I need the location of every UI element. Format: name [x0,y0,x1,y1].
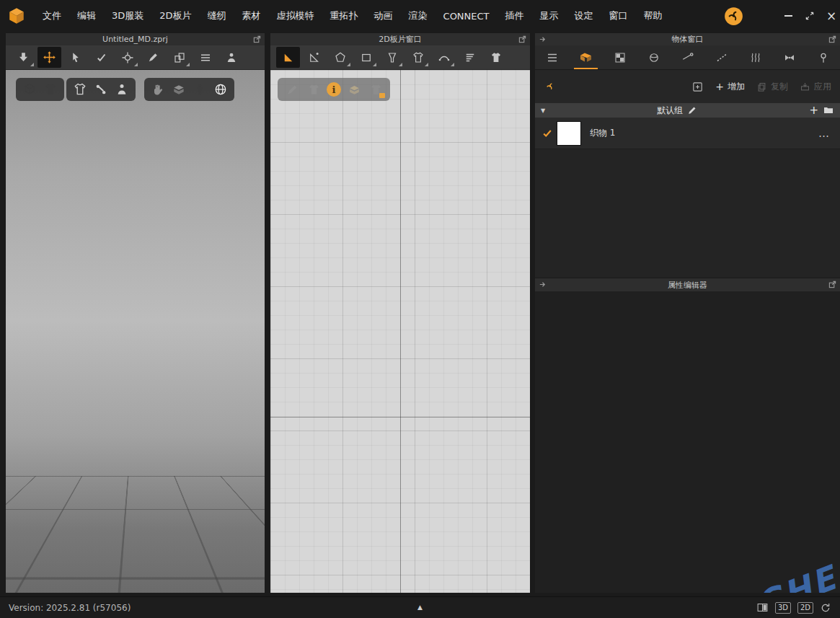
dart-tool[interactable] [380,47,404,68]
toolbar-2d [270,45,530,70]
account-icon[interactable] [724,6,743,26]
menu-item-sewing[interactable]: 缝纫 [200,9,234,22]
environment-globe-icon[interactable] [212,81,229,98]
close-icon: × [826,10,836,22]
minimize-icon [784,15,792,17]
expand-panel-button[interactable]: ▲ [417,604,423,611]
minimize-button[interactable] [779,7,797,25]
popout-icon[interactable] [828,281,836,288]
edit-pattern-tool[interactable] [302,47,326,68]
menu-item-edit[interactable]: 编辑 [69,9,104,22]
apply-button[interactable]: 应用 [800,81,831,93]
add-group-item-icon[interactable]: + [809,105,818,116]
mannequin-icon[interactable] [191,81,208,98]
create-rectangle-tool[interactable] [354,47,378,68]
bone-icon[interactable] [92,81,110,98]
fabric-list-item[interactable]: 织物 1 … [535,118,840,149]
menu-item-connect[interactable]: CONNECT [436,11,498,22]
badge-3d[interactable]: 3D [775,602,791,614]
app-logo-icon[interactable] [7,6,26,25]
solid-view-icon[interactable] [21,81,38,98]
menu-item-material[interactable]: 素材 [234,9,269,22]
gizmo-tool[interactable] [115,47,139,68]
menu-item-plugin[interactable]: 插件 [498,9,532,22]
menu-item-3d-garment[interactable]: 3D服装 [104,9,151,22]
tab-button[interactable] [637,45,671,69]
tab-topstitch[interactable] [704,45,738,69]
garment-fit-icon[interactable] [71,81,89,98]
fabric-hand-icon[interactable] [170,81,187,98]
popout-icon[interactable] [253,35,261,43]
info-icon[interactable]: i [327,82,341,97]
avatar-display-tool[interactable] [219,47,243,68]
arrange-pieces-tool[interactable] [167,47,191,68]
watermark-text: SALANGHE [624,558,840,593]
viewport-3d[interactable] [6,70,265,593]
edit-pin-tool[interactable] [141,47,165,68]
avatar-show-icon[interactable] [113,81,131,98]
pattern-2d-title: 2D板片窗口 [379,34,421,45]
badge-2d[interactable]: 2D [797,602,813,614]
popout-icon[interactable] [828,35,836,43]
menu-item-file[interactable]: 文件 [35,9,69,22]
pin-icon [817,51,830,64]
create-polygon-tool[interactable] [328,47,352,68]
bow-icon [783,51,796,64]
menu-item-window[interactable]: 窗口 [601,9,636,22]
fabric-action-row: + 增加 复制 应用 [535,70,840,103]
add-button[interactable]: + 增加 [715,81,745,93]
tab-bow[interactable] [772,45,806,69]
property-editor-body: SALANGHE [535,291,840,593]
collapse-arrow-icon[interactable] [539,281,547,288]
garment-disabled-icon[interactable] [305,81,322,98]
menu-item-animation[interactable]: 动画 [366,9,401,22]
copy-button[interactable]: 复制 [756,81,788,93]
menu-item-retopology[interactable]: 重拓扑 [322,9,366,22]
more-options-icon[interactable]: … [818,127,833,140]
folder-icon[interactable] [823,105,834,116]
menu-item-settings[interactable]: 设定 [567,9,601,22]
select-move-tool[interactable] [37,47,61,68]
refresh-icon[interactable] [820,602,831,614]
tab-trim[interactable] [806,45,840,69]
edit-pencil-icon[interactable] [687,105,697,115]
menu-item-help[interactable]: 帮助 [636,9,671,22]
flatten-tool[interactable] [193,47,217,68]
add-from-library-icon[interactable] [691,81,704,93]
tab-graphic[interactable] [603,45,637,69]
tab-buttonhole[interactable] [671,45,704,69]
fabric-swatch-disabled-icon[interactable] [345,81,363,98]
panel-layout-icon[interactable] [756,601,769,614]
sync-garment-lock-icon[interactable] [367,81,384,98]
popout-icon[interactable] [518,35,526,43]
tab-fabric[interactable] [569,45,603,69]
ground-grid [6,322,265,476]
collapse-caret-icon[interactable]: ▼ [541,107,545,114]
select-lasso-tool[interactable] [63,47,87,68]
transform-pattern-tool[interactable] [276,47,300,68]
collapse-arrow-icon[interactable] [539,35,547,43]
hand-icon[interactable] [149,81,167,98]
trace-tool[interactable] [432,47,456,68]
texture-editor-tool[interactable] [484,47,508,68]
garment-view-icon[interactable] [42,81,59,98]
edit-sewing-tool[interactable] [406,47,430,68]
menu-item-display[interactable]: 显示 [532,9,567,22]
simulate-button[interactable] [12,47,35,68]
stitch-icon [715,51,728,64]
tab-scene-list[interactable] [535,45,569,69]
dropdown-caret-icon [134,63,138,66]
pen-disabled-icon[interactable] [283,81,301,98]
select-mesh-tool[interactable] [89,47,113,68]
fabric-swatch[interactable] [557,121,581,146]
property-editor-titlebar: 属性编辑器 [535,278,840,291]
menu-item-2d-pattern[interactable]: 2D板片 [151,9,199,22]
close-button[interactable]: × [823,7,840,25]
menu-item-render[interactable]: 渲染 [401,9,436,22]
viewport-2d[interactable]: i [270,70,530,593]
grading-tool[interactable] [458,47,482,68]
sync-icon[interactable] [544,80,557,93]
maximize-button[interactable] [801,7,818,25]
menu-item-avatar[interactable]: 虚拟模特 [269,9,322,22]
tab-puckering[interactable] [738,45,772,69]
